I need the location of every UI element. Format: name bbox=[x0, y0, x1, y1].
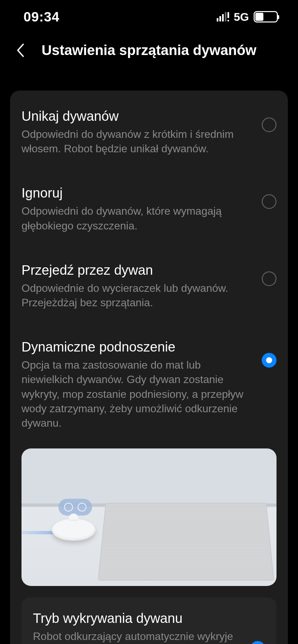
mop-lift-bubble-icon bbox=[58, 499, 92, 516]
radio-icon bbox=[262, 117, 276, 132]
check-icon bbox=[250, 641, 265, 644]
robot-graphic bbox=[52, 519, 95, 541]
option-desc: Odpowiednie do wycieraczek lub dywanów. … bbox=[22, 281, 254, 310]
network-label: 5G bbox=[234, 10, 249, 23]
header: Ustawienia sprzątania dywanów bbox=[0, 34, 298, 70]
battery-icon: 38 bbox=[254, 11, 278, 22]
status-time: 09:34 bbox=[24, 9, 59, 24]
battery-pct: 38 bbox=[255, 12, 277, 21]
option-cross-carpet[interactable]: Przejedź przez dywan Odpowiednie do wyci… bbox=[10, 248, 288, 325]
illustration-dynamic-lift bbox=[22, 448, 276, 586]
signal-icon bbox=[217, 12, 229, 21]
status-right: 5G 38 bbox=[217, 10, 278, 23]
back-button[interactable] bbox=[10, 40, 30, 60]
chevron-left-icon bbox=[16, 43, 25, 58]
radio-icon bbox=[262, 271, 276, 286]
option-ignore[interactable]: Ignoruj Odpowiedni do dywanów, które wym… bbox=[10, 171, 288, 248]
options-card: Unikaj dywanów Odpowiedni do dywanów z k… bbox=[10, 91, 288, 644]
status-bar: 09:34 5G 38 bbox=[0, 0, 298, 34]
option-title: Dynamiczne podnoszenie bbox=[22, 339, 254, 355]
carpet-graphic bbox=[98, 503, 274, 581]
page-title: Ustawienia sprzątania dywanów bbox=[30, 42, 288, 58]
detection-title: Tryb wykrywania dywanu bbox=[33, 611, 242, 626]
option-desc: Odpowiedni do dywanów, które wymagają gł… bbox=[22, 204, 254, 233]
detection-desc: Robot odkurzający automatycznie wykryje … bbox=[33, 629, 242, 644]
carpet-detection-mode[interactable]: Tryb wykrywania dywanu Robot odkurzający… bbox=[22, 597, 276, 644]
radio-icon bbox=[262, 194, 276, 209]
radio-icon-selected bbox=[262, 353, 276, 368]
option-title: Przejedź przez dywan bbox=[22, 263, 254, 278]
option-avoid-carpets[interactable]: Unikaj dywanów Odpowiedni do dywanów z k… bbox=[10, 94, 288, 171]
option-title: Unikaj dywanów bbox=[22, 109, 254, 124]
option-dynamic-lift[interactable]: Dynamiczne podnoszenie Opcja ta ma zasto… bbox=[10, 325, 288, 445]
option-desc: Odpowiedni do dywanów z krótkim i średni… bbox=[22, 127, 254, 156]
option-title: Ignoruj bbox=[22, 185, 254, 201]
option-desc: Opcja ta ma zastosowanie do mat lub niew… bbox=[22, 358, 254, 430]
